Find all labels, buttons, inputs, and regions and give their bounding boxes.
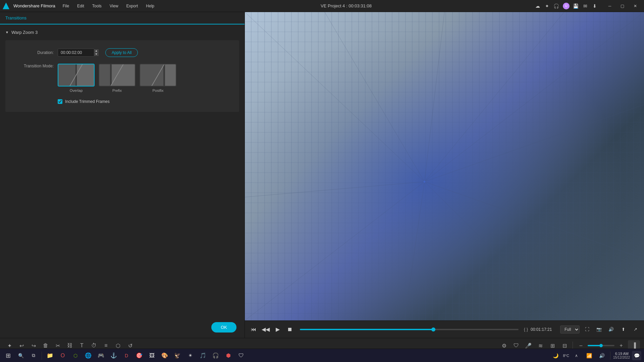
minimize-button[interactable]: ─ bbox=[604, 1, 616, 11]
apply-to-all-button[interactable]: Apply to All bbox=[105, 48, 138, 57]
warp-zoom-arrow-icon: ▼ bbox=[5, 31, 9, 34]
window-controls: ─ ▢ ✕ bbox=[604, 1, 641, 11]
menu-edit[interactable]: Edit bbox=[74, 2, 88, 10]
preview-progress-bar[interactable] bbox=[300, 329, 519, 330]
start-button[interactable]: ⊞ bbox=[3, 350, 13, 361]
menu-export[interactable]: Export bbox=[123, 2, 142, 10]
mode-thumbnails: Overlap Prefix bbox=[58, 64, 176, 93]
taskbar-opera[interactable]: O bbox=[57, 350, 68, 361]
play-back-button[interactable]: ◀◀ bbox=[261, 325, 270, 334]
left-panel: Transitions ▼ Warp Zoom 3 Duration: ▲ ▼ bbox=[0, 12, 245, 338]
user-icon[interactable]: U bbox=[563, 3, 570, 9]
menu-bar: File Edit Tools View Export Help bbox=[59, 2, 158, 10]
taskview-button[interactable]: ⧉ bbox=[28, 350, 39, 361]
main-content: Transitions ▼ Warp Zoom 3 Duration: ▲ ▼ bbox=[0, 12, 644, 338]
preview-right-controls: Full 1/2 1/4 ⛶ 📷 🔊 ⬆ ↗ bbox=[560, 325, 640, 334]
storage-icon[interactable]: 💾 bbox=[573, 3, 579, 9]
taskbar-app5[interactable]: 🖼 bbox=[147, 350, 157, 361]
preview-video bbox=[245, 12, 644, 320]
duration-input[interactable] bbox=[58, 49, 95, 57]
mode-prefix[interactable]: Prefix bbox=[99, 64, 136, 93]
fullscreen-button[interactable]: ⛶ bbox=[582, 325, 592, 334]
taskbar-app9[interactable]: 🎵 bbox=[198, 350, 208, 361]
taskbar-app7[interactable]: 🦅 bbox=[172, 350, 183, 361]
taskbar-nvidia[interactable]: ⬡ bbox=[70, 350, 81, 361]
taskbar-sep-1 bbox=[42, 352, 42, 360]
taskbar-app8[interactable]: ✴ bbox=[185, 350, 196, 361]
prefix-diag-icon bbox=[110, 64, 124, 86]
taskbar-chrome[interactable]: 🌐 bbox=[83, 350, 94, 361]
titlebar-right: ☁ ✦ 🎧 U 💾 ✉ ⬇ ─ ▢ ✕ bbox=[535, 1, 641, 11]
menu-tools[interactable]: Tools bbox=[89, 2, 105, 10]
project-title: VE Project 4 : 00:03:31:08 bbox=[321, 3, 372, 8]
notification-button[interactable]: 💬 bbox=[632, 351, 641, 360]
duration-up-button[interactable]: ▲ bbox=[94, 49, 99, 53]
warp-zoom-header: ▼ Warp Zoom 3 bbox=[5, 30, 239, 35]
duration-input-group: ▲ ▼ bbox=[58, 49, 99, 57]
moon-icon[interactable]: 🌙 bbox=[550, 350, 561, 361]
search-button[interactable]: 🔍 bbox=[15, 350, 26, 361]
prefix-label: Prefix bbox=[112, 88, 122, 93]
time-bracket-left: { } bbox=[524, 327, 528, 332]
taskbar: ⊞ 🔍 ⧉ 📁 O ⬡ 🌐 🎮 ⚓ D 🎯 🖼 🎨 🦅 ✴ 🎵 🎧 ⬢ 🛡 🌙 … bbox=[0, 349, 644, 362]
taskbar-app2[interactable]: ⚓ bbox=[108, 350, 119, 361]
duration-row: Duration: ▲ ▼ Apply to All bbox=[13, 48, 231, 57]
headphone-icon[interactable]: 🎧 bbox=[553, 3, 559, 9]
zoom-control bbox=[588, 345, 614, 346]
play-button[interactable]: ▶ bbox=[273, 325, 282, 334]
taskbar-app4[interactable]: 🎯 bbox=[134, 350, 145, 361]
current-time: 00:01:17:21 bbox=[531, 327, 557, 332]
menu-file[interactable]: File bbox=[59, 2, 72, 10]
prefix-thumb-box bbox=[99, 64, 136, 86]
postfix-label: Postfix bbox=[152, 88, 163, 93]
temperature: 8°C bbox=[563, 354, 569, 358]
duration-down-button[interactable]: ▼ bbox=[94, 53, 99, 56]
audio-button[interactable]: 🔊 bbox=[606, 325, 616, 334]
warp-zoom-title: Warp Zoom 3 bbox=[11, 30, 38, 35]
ok-button[interactable]: OK bbox=[211, 322, 236, 333]
transitions-tab[interactable]: Transitions bbox=[0, 12, 245, 24]
taskbar-app6[interactable]: 🎨 bbox=[159, 350, 170, 361]
taskbar-filmora[interactable]: ⬢ bbox=[223, 350, 234, 361]
overlap-label: Overlap bbox=[70, 88, 83, 93]
preview-controls: ⏮ ◀◀ ▶ ⏹ { } 00:01:17:21 Full 1/2 1/4 ⛶ … bbox=[245, 320, 644, 338]
mode-postfix[interactable]: Postfix bbox=[140, 64, 176, 93]
taskbar-app10[interactable]: 🎧 bbox=[210, 350, 221, 361]
progress-thumb bbox=[431, 327, 435, 331]
network-icon[interactable]: 📶 bbox=[584, 350, 595, 361]
taskbar-app11[interactable]: 🛡 bbox=[236, 350, 247, 361]
right-panel: ⏮ ◀◀ ▶ ⏹ { } 00:01:17:21 Full 1/2 1/4 ⛶ … bbox=[245, 12, 644, 338]
download-icon[interactable]: ⬇ bbox=[592, 3, 598, 9]
screenshot-button[interactable]: 📷 bbox=[594, 325, 604, 334]
overlap-thumb-box bbox=[58, 64, 95, 86]
volume-icon[interactable]: 🔊 bbox=[597, 350, 607, 361]
zoom-slider[interactable] bbox=[588, 345, 614, 346]
progress-fill bbox=[300, 329, 435, 330]
cloud-icon[interactable]: ☁ bbox=[535, 3, 541, 9]
bracket-right-icon: } bbox=[527, 327, 528, 332]
stop-button[interactable]: ⏹ bbox=[285, 325, 294, 334]
chevron-up-icon[interactable]: ∧ bbox=[571, 350, 582, 361]
overlap-diag-icon bbox=[69, 64, 83, 86]
transition-mode-row: Transition Mode: Overlap bbox=[13, 64, 231, 93]
mode-overlap[interactable]: Overlap bbox=[58, 64, 95, 93]
expand-button[interactable]: ↗ bbox=[631, 325, 640, 334]
include-trimmed-checkbox[interactable] bbox=[58, 99, 62, 104]
taskbar-explorer[interactable]: 📁 bbox=[45, 350, 55, 361]
postfix-thumb-box bbox=[140, 64, 176, 86]
close-button[interactable]: ✕ bbox=[629, 1, 641, 11]
export-button[interactable]: ⬆ bbox=[619, 325, 628, 334]
taskbar-app3[interactable]: D bbox=[121, 350, 132, 361]
quality-select[interactable]: Full 1/2 1/4 bbox=[560, 325, 580, 334]
app-name: Wondershare Filmora bbox=[13, 3, 55, 8]
taskbar-app1[interactable]: 🎮 bbox=[96, 350, 106, 361]
ok-btn-container: OK bbox=[0, 317, 245, 338]
mail-icon[interactable]: ✉ bbox=[582, 3, 588, 9]
skip-back-button[interactable]: ⏮ bbox=[249, 325, 258, 334]
taskbar-date: 15/12/2022 bbox=[613, 356, 630, 359]
taskbar-sep-2 bbox=[610, 352, 610, 360]
maximize-button[interactable]: ▢ bbox=[616, 1, 629, 11]
star-icon[interactable]: ✦ bbox=[544, 3, 550, 9]
menu-help[interactable]: Help bbox=[143, 2, 158, 10]
menu-view[interactable]: View bbox=[106, 2, 122, 10]
